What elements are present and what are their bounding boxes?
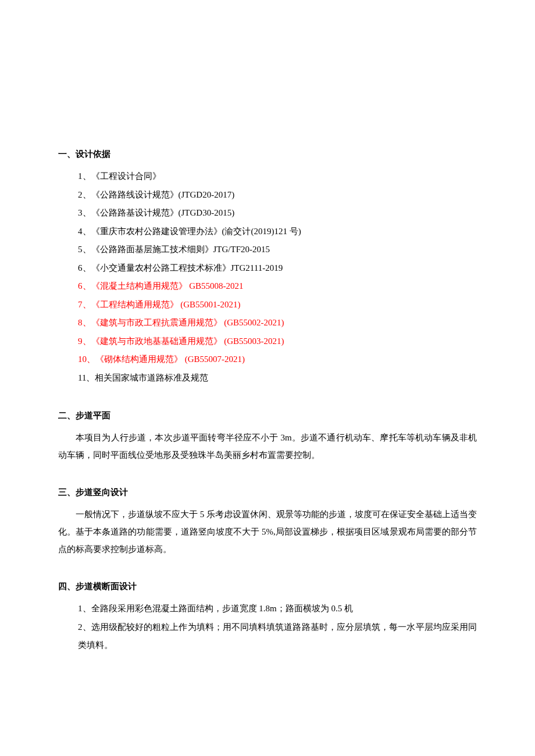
section-heading-4: 四、步道横断面设计 (58, 578, 477, 595)
list-item: 2、选用级配较好的粗粒上作为填料；用不同填料填筑道路路基时，应分层填筑，每一水平… (58, 618, 477, 655)
list-item: 1、《工程设计合同》 (58, 167, 477, 186)
list-item: 11、相关国家城市道路标准及规范 (58, 369, 477, 388)
list-item: 1、全路段采用彩色混凝土路面结构，步道宽度 1.8m；路面横坡为 0.5 机 (58, 600, 477, 618)
list-item: 5、《公路路面基层施工技术细则》JTG/TF20-2015 (58, 241, 477, 259)
list-item-highlighted: 10、《砌体结构通用规范》 (GB55007-2021) (58, 350, 477, 369)
list-item: 4、《重庆市农村公路建设管理办法》(渝交计(2019)121 号) (58, 223, 477, 241)
list-item-highlighted: 8、《建筑与市政工程抗震通用规范》 (GB55002-2021) (58, 314, 477, 332)
list-item-highlighted: 9、《建筑与市政地基基础通用规范》 (GB55003-2021) (58, 332, 477, 351)
list-item: 6、《小交通量农村公路工程技术标准》JTG2111-2019 (58, 259, 477, 278)
list-item-highlighted: 7、《工程结构通用规范》 (GB55001-2021) (58, 296, 477, 314)
section-heading-2: 二、步道平面 (58, 407, 477, 424)
section-heading-3: 三、步道竖向设计 (58, 483, 477, 501)
list-item-highlighted: 6、《混凝土结构通用规范》 GB55008-2021 (58, 277, 477, 296)
list-item: 2、《公路路线设计规范》(JTGD20-2017) (58, 186, 477, 205)
section-heading-1: 一、设计依据 (58, 145, 477, 163)
list-item: 3、《公路路基设计规范》(JTGD30-2015) (58, 204, 477, 223)
paragraph: 一般情况下，步道纵坡不应大于 5 乐考虑设置休闲、观景等功能的步道，坡度可在保证… (58, 506, 477, 558)
paragraph: 本项目为人行步道，本次步道平面转弯半径应不小于 3m。步道不通行机动车、摩托车等… (58, 429, 477, 464)
